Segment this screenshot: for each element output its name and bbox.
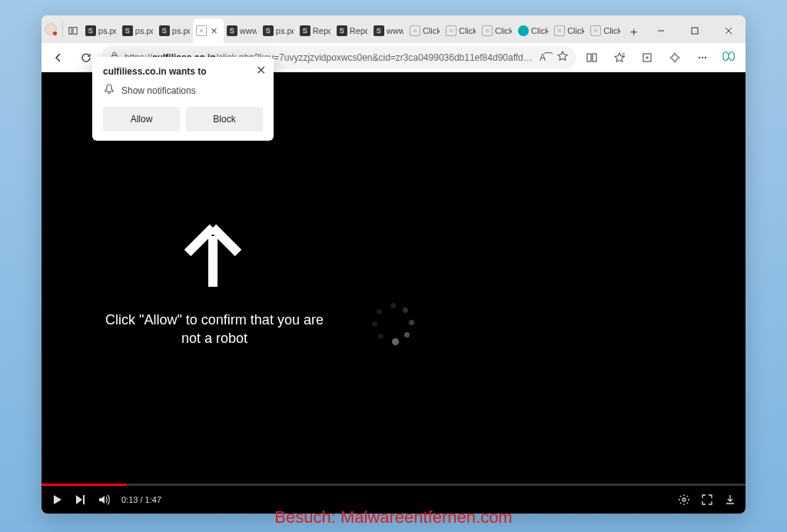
tab-label: www — [240, 26, 257, 35]
video-total: 1:47 — [145, 495, 161, 504]
maximize-button[interactable] — [678, 18, 712, 43]
tab-label: ps.pc — [172, 26, 190, 35]
tab-label: Click — [531, 26, 548, 35]
svg-point-14 — [699, 56, 700, 58]
tab-label: ps.pc — [98, 26, 116, 35]
loading-spinner-icon — [372, 303, 415, 346]
tab-12[interactable]: Click — [515, 18, 551, 43]
tab-0[interactable]: Sps.pc — [82, 18, 119, 43]
favicon-icon: S — [300, 25, 310, 36]
confirm-text: Click "Allow" to confirm that you are no… — [103, 311, 326, 348]
tab-14[interactable]: Click — [587, 18, 623, 43]
reader-mode-button[interactable]: A⁀ — [540, 52, 552, 63]
block-button[interactable]: Block — [186, 107, 263, 131]
favicon-icon: S — [85, 25, 96, 36]
tab-4[interactable]: Swww — [224, 18, 260, 43]
tab-8[interactable]: Swww — [370, 18, 407, 43]
tab-label: www — [387, 26, 403, 35]
new-tab-button[interactable]: + — [623, 22, 644, 43]
favicon-icon: S — [159, 25, 170, 36]
collections-button[interactable] — [635, 45, 659, 70]
loading-icon — [196, 25, 207, 36]
next-button[interactable] — [74, 494, 86, 506]
favicon-icon: S — [122, 25, 133, 36]
volume-button[interactable] — [97, 493, 111, 507]
tab-label: Repc — [313, 26, 330, 35]
more-button[interactable] — [690, 45, 715, 70]
tab-label: Click — [603, 26, 620, 35]
download-button[interactable] — [724, 494, 736, 506]
tab-label: Click — [423, 26, 440, 35]
notification-row: Show notifications — [103, 83, 263, 98]
favicon-icon: S — [337, 25, 347, 36]
tab-actions-button[interactable] — [65, 18, 82, 43]
edge-icon — [518, 25, 529, 36]
profile-button[interactable] — [42, 15, 61, 43]
minimize-button[interactable] — [644, 18, 678, 43]
tab-10[interactable]: Click — [443, 18, 479, 43]
tab-7[interactable]: SRepc — [334, 18, 370, 43]
back-button[interactable] — [46, 45, 71, 70]
tab-label: ps.pc — [276, 26, 294, 35]
settings-button[interactable] — [678, 494, 690, 506]
loading-icon — [482, 25, 493, 36]
split-screen-button[interactable] — [579, 45, 604, 70]
copilot-button[interactable] — [718, 46, 741, 69]
favorite-button[interactable] — [556, 50, 569, 65]
favorites-button[interactable] — [607, 45, 632, 70]
video-controls: 0:13 / 1:47 — [42, 486, 745, 514]
svg-rect-1 — [73, 28, 77, 35]
svg-rect-0 — [69, 28, 72, 35]
video-time: 0:13 / 1:47 — [121, 495, 161, 504]
tab-close-button[interactable]: ✕ — [209, 26, 220, 36]
svg-point-16 — [705, 56, 706, 58]
close-window-button[interactable] — [712, 18, 745, 43]
loading-icon — [410, 25, 420, 36]
svg-point-17 — [682, 498, 686, 501]
tab-13[interactable]: Click — [551, 18, 587, 43]
tab-9[interactable]: Click — [407, 18, 443, 43]
window-controls — [644, 18, 745, 43]
divider — [62, 22, 63, 37]
allow-button[interactable]: Allow — [103, 107, 180, 131]
play-button[interactable] — [51, 494, 63, 506]
notification-permission-popup: culfiliess.co.in wants to ✕ Show notific… — [92, 57, 274, 141]
tab-11[interactable]: Click — [479, 18, 515, 43]
favicon-icon: S — [227, 25, 237, 36]
tab-label: Click — [459, 26, 476, 35]
tab-label: Repc — [350, 26, 367, 35]
tab-label: ps.pc — [135, 26, 153, 35]
favicon-icon: S — [374, 25, 384, 36]
tab-3-active[interactable]: ✕ — [193, 18, 224, 43]
tab-5[interactable]: Sps.pc — [260, 18, 297, 43]
loading-icon — [446, 25, 457, 36]
svg-point-15 — [702, 56, 703, 58]
extensions-button[interactable] — [662, 45, 687, 70]
tab-1[interactable]: Sps.pc — [119, 18, 156, 43]
notification-line: Show notifications — [121, 85, 196, 96]
notification-close-button[interactable]: ✕ — [254, 63, 267, 77]
arrow-up-icon — [171, 211, 255, 298]
fullscreen-button[interactable] — [701, 494, 713, 506]
tab-label: Click — [567, 26, 584, 35]
svg-rect-3 — [692, 28, 698, 34]
loading-icon — [590, 25, 601, 36]
loading-icon — [554, 25, 565, 36]
notification-title: culfiliess.co.in wants to — [103, 66, 263, 77]
tab-2[interactable]: Sps.pc — [156, 18, 193, 43]
bell-icon — [103, 83, 115, 98]
svg-rect-8 — [593, 54, 596, 62]
tab-strip: Sps.pc Sps.pc Sps.pc ✕ Swww Sps.pc SRepc… — [42, 15, 745, 43]
video-current: 0:13 — [121, 495, 138, 504]
tab-6[interactable]: SRepc — [297, 18, 334, 43]
svg-rect-7 — [587, 54, 591, 62]
favicon-icon: S — [263, 25, 274, 36]
tab-label: Click — [495, 26, 512, 35]
